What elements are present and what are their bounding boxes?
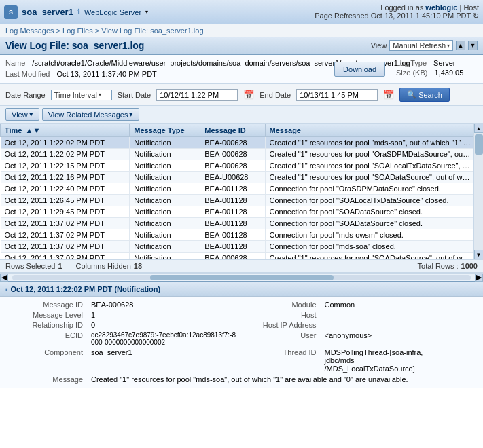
scroll-down-btn[interactable]: ▼ — [468, 41, 478, 50]
horizontal-scrollbar[interactable]: ◀ ▶ — [0, 273, 483, 281]
cell-id: BEA-000628 — [200, 160, 265, 172]
cell-message: Connection for pool "SOADataSource" clos… — [265, 206, 473, 218]
h-scroll-right[interactable]: ▶ — [475, 274, 483, 282]
view-related-messages-button[interactable]: View Related Messages ▾ — [42, 108, 140, 121]
view-button[interactable]: View ▾ — [5, 108, 39, 121]
log-type-label: Log Type — [396, 59, 431, 67]
detail-user-label: User — [245, 331, 319, 346]
header-left: S soa_server1 ℹ WebLogic Server ▾ — [4, 5, 148, 19]
table-header-row: Time ▲▼ Message Type Message ID Message — [1, 124, 474, 137]
page-title-bar: View Log File: soa_server1.log View Manu… — [0, 37, 483, 55]
log-table-container[interactable]: Time ▲▼ Message Type Message ID Message — [0, 124, 473, 259]
date-range-select[interactable]: Time Interval ▾ — [51, 90, 112, 100]
weblogic-label: WebLogic Server — [84, 8, 141, 16]
cell-id: BEA-000628 — [200, 137, 265, 149]
cell-time: Oct 12, 2011 1:26:45 PM PDT — [1, 195, 130, 206]
cell-time: Oct 12, 2011 1:22:15 PM PDT — [1, 160, 130, 172]
search-icon: 🔍 — [407, 90, 416, 99]
detail-ecid-value: dc28293467c7e9879:-7eebcf0a:12ac89813f7:… — [91, 331, 239, 346]
page-refreshed: Page Refreshed Oct 13, 2011 1:45:10 PM P… — [315, 12, 479, 20]
weblogic-dropdown-icon[interactable]: ▾ — [145, 9, 148, 15]
detail-rel-id-label: Relationship ID — [11, 321, 86, 329]
h-scroll-left[interactable]: ◀ — [0, 274, 8, 282]
table-row[interactable]: Oct 12, 2011 1:37:02 PM PDT Notification… — [1, 241, 474, 253]
scroll-arrow-up[interactable]: ▲ — [474, 124, 484, 133]
col-header-id[interactable]: Message ID — [200, 124, 265, 137]
action-bar: View ▾ View Related Messages ▾ — [0, 106, 483, 124]
cell-type: Notification — [130, 149, 200, 160]
download-button[interactable]: Download — [334, 62, 385, 77]
table-row[interactable]: Oct 12, 2011 1:22:16 PM PDT Notification… — [1, 172, 474, 183]
breadcrumb-log-files[interactable]: Log Files — [62, 26, 93, 35]
cell-id: BEA-001128 — [200, 218, 265, 229]
detail-collapse-icon[interactable]: ▪ — [5, 286, 8, 293]
cell-id: BEA-000628 — [200, 149, 265, 160]
table-row[interactable]: Oct 12, 2011 1:29:45 PM PDT Notification… — [1, 206, 474, 218]
scroll-thumb[interactable] — [475, 134, 483, 155]
table-row[interactable]: Oct 12, 2011 1:22:02 PM PDT Notification… — [1, 137, 474, 149]
size-label: Size (KB) — [396, 69, 431, 77]
log-table: Time ▲▼ Message Type Message ID Message — [0, 124, 473, 259]
view-select[interactable]: Manual Refresh ▾ — [389, 40, 453, 51]
col-header-time[interactable]: Time ▲▼ — [1, 124, 130, 137]
h-scroll-track[interactable] — [12, 275, 471, 280]
col-header-type[interactable]: Message Type — [130, 124, 200, 137]
col-header-message[interactable]: Message — [265, 124, 473, 137]
table-row[interactable]: Oct 12, 2011 1:22:02 PM PDT Notification… — [1, 149, 474, 160]
detail-thread-id-value: MDSPollingThread-[soa-infra, jdbc/mds /M… — [325, 348, 473, 373]
cell-time: Oct 12, 2011 1:22:40 PM PDT — [1, 183, 130, 195]
cell-message: Connection for pool "SOALocalTxDataSourc… — [265, 195, 473, 206]
table-row[interactable]: Oct 12, 2011 1:37:02 PM PDT Notification… — [1, 253, 474, 260]
start-date-calendar-icon[interactable]: 📅 — [243, 90, 254, 100]
end-date-input[interactable]: 10/13/11 1:45 PM — [296, 89, 378, 101]
start-date-input[interactable]: 10/12/11 1:22 PM — [156, 89, 238, 101]
rows-selected: Rows Selected 1 — [5, 262, 62, 270]
detail-grid: Message ID BEA-000628 Module Common Mess… — [11, 301, 472, 373]
table-row[interactable]: Oct 12, 2011 1:22:15 PM PDT Notification… — [1, 160, 474, 172]
cell-type: Notification — [130, 195, 200, 206]
cell-id: BEA-000628 — [200, 253, 265, 260]
detail-module-value: Common — [325, 301, 473, 309]
detail-host-ip-label: Host IP Address — [245, 321, 319, 329]
cell-type: Notification — [130, 218, 200, 229]
table-row[interactable]: Oct 12, 2011 1:26:45 PM PDT Notification… — [1, 195, 474, 206]
detail-msg-id-value: BEA-000628 — [91, 301, 239, 309]
table-right-scrollbar[interactable]: ▲ ▼ — [473, 124, 483, 259]
cell-id: BEA-001128 — [200, 206, 265, 218]
table-row[interactable]: Oct 12, 2011 1:37:02 PM PDT Notification… — [1, 229, 474, 241]
detail-message-label: Message — [11, 375, 86, 384]
info-icon[interactable]: ℹ — [77, 7, 80, 16]
cell-message: Created "1" resources for pool "SOADataS… — [265, 253, 473, 260]
controls-row: Date Range Time Interval ▾ Start Date 10… — [0, 84, 483, 106]
rows-selected-value: 1 — [58, 262, 62, 270]
breadcrumb-log-messages[interactable]: Log Messages — [5, 26, 54, 35]
cell-time: Oct 12, 2011 1:22:16 PM PDT — [1, 172, 130, 183]
detail-module-label: Module — [245, 301, 319, 309]
search-button[interactable]: 🔍 Search — [399, 88, 450, 102]
detail-msg-level-value: 1 — [91, 311, 239, 319]
table-row[interactable]: Oct 12, 2011 1:37:02 PM PDT Notification… — [1, 218, 474, 229]
cell-id: BEA-001128 — [200, 195, 265, 206]
table-row[interactable]: Oct 12, 2011 1:22:40 PM PDT Notification… — [1, 183, 474, 195]
scroll-up-btn[interactable]: ▲ — [456, 41, 465, 50]
cell-message: Created "1" resources for pool "OraSDPMD… — [265, 149, 473, 160]
file-path: /scratch/oracle1/Oracle/Middleware/user_… — [32, 59, 263, 67]
columns-hidden: Columns Hidden 18 — [76, 262, 143, 270]
cell-id: BEA-001128 — [200, 241, 265, 253]
scroll-arrow-down[interactable]: ▼ — [474, 250, 484, 259]
cell-time: Oct 12, 2011 1:37:02 PM PDT — [1, 241, 130, 253]
detail-component-label: Component — [11, 348, 86, 373]
detail-thread-id-label: Thread ID — [245, 348, 319, 373]
end-date-calendar-icon[interactable]: 📅 — [383, 90, 394, 100]
header-right: Logged in as weblogic | Host Page Refres… — [315, 3, 479, 20]
detail-body: Message ID BEA-000628 Module Common Mess… — [0, 297, 483, 388]
cell-time: Oct 12, 2011 1:29:45 PM PDT — [1, 206, 130, 218]
h-scroll-thumb[interactable] — [150, 275, 334, 280]
cell-time: Oct 12, 2011 1:37:02 PM PDT — [1, 229, 130, 241]
detail-host-label: Host — [245, 311, 319, 319]
detail-host-ip-value — [325, 321, 473, 329]
date-range-label: Date Range — [5, 91, 46, 99]
sort-icon-time[interactable]: ▲▼ — [26, 128, 41, 132]
detail-rel-id-value: 0 — [91, 321, 239, 329]
detail-panel: ▪ Oct 12, 2011 1:22:02 PM PDT (Notificat… — [0, 281, 483, 388]
